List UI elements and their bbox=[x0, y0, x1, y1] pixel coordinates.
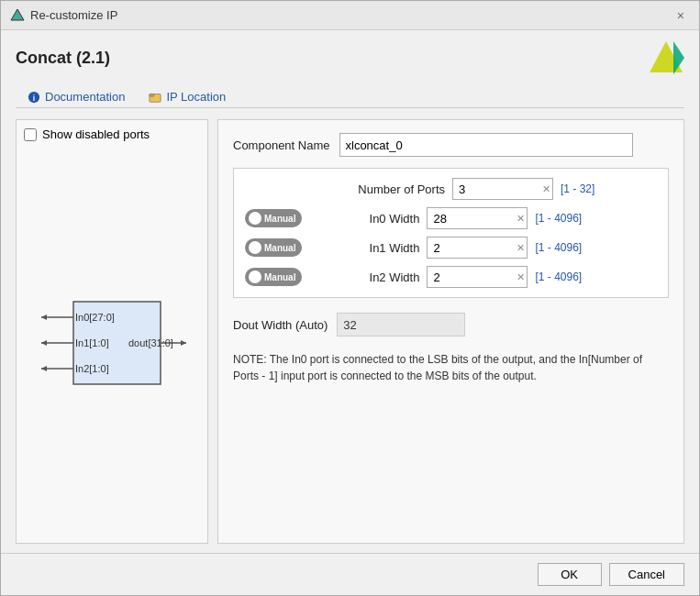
page-title: Concat (2.1) bbox=[16, 49, 110, 68]
in0-toggle[interactable]: Manual bbox=[245, 209, 302, 227]
num-ports-label: Number of Ports bbox=[335, 182, 445, 196]
in1-toggle[interactable]: Manual bbox=[245, 238, 302, 257]
in2-clear-btn[interactable]: ✕ bbox=[517, 271, 525, 283]
dout-section: Dout Width (Auto) bbox=[233, 313, 669, 337]
title-bar: Re-customize IP × bbox=[1, 1, 699, 30]
in0-toggle-knob bbox=[249, 212, 261, 225]
component-name-row: Component Name bbox=[233, 133, 669, 157]
content-area: Concat (2.1) i Documentation bbox=[1, 30, 699, 553]
svg-marker-12 bbox=[41, 340, 47, 346]
svg-marker-15 bbox=[41, 366, 47, 371]
main-window: Re-customize IP × Concat (2.1) i Documen… bbox=[0, 0, 700, 596]
show-disabled-ports-label: Show disabled ports bbox=[42, 127, 150, 141]
ok-button[interactable]: OK bbox=[538, 563, 602, 586]
svg-text:i: i bbox=[33, 93, 35, 102]
in2-width-label: In2 Width bbox=[309, 270, 419, 284]
svg-marker-18 bbox=[181, 340, 186, 346]
svg-marker-9 bbox=[41, 315, 47, 320]
brand-logo bbox=[648, 39, 684, 76]
close-button[interactable]: × bbox=[672, 6, 690, 25]
block-diagram: In0[27:0] In1[1:0] In2[1:0] dout[31:0] bbox=[32, 297, 193, 389]
param-row-in1-width: Manual In1 Width ✕ [1 - 4096] bbox=[245, 237, 657, 259]
show-disabled-ports-row: Show disabled ports bbox=[24, 127, 200, 141]
param-row-in2-width: Manual In2 Width ✕ [1 - 4096] bbox=[245, 266, 657, 288]
footer: OK Cancel bbox=[1, 553, 699, 595]
right-panel: Component Name Number of Ports ✕ [1 - 32… bbox=[217, 119, 684, 544]
component-name-label: Component Name bbox=[233, 138, 330, 152]
svg-text:In2[1:0]: In2[1:0] bbox=[75, 363, 109, 374]
in1-width-wrapper: ✕ bbox=[427, 237, 528, 259]
in1-clear-btn[interactable]: ✕ bbox=[517, 242, 525, 254]
dout-label: Dout Width (Auto) bbox=[233, 318, 328, 332]
show-disabled-ports-checkbox[interactable] bbox=[24, 128, 37, 141]
tabs-bar: i Documentation IP Location bbox=[16, 85, 684, 108]
in1-toggle-knob bbox=[249, 241, 261, 254]
title-bar-left: Re-customize IP bbox=[10, 8, 117, 23]
in0-range: [1 - 4096] bbox=[535, 212, 582, 225]
svg-text:In0[27:0]: In0[27:0] bbox=[75, 312, 115, 323]
svg-marker-0 bbox=[11, 9, 24, 20]
params-section: Number of Ports ✕ [1 - 32] Manual bbox=[233, 168, 669, 298]
in0-width-label: In0 Width bbox=[309, 212, 419, 226]
window-icon bbox=[10, 8, 25, 23]
param-row-num-ports: Number of Ports ✕ [1 - 32] bbox=[245, 178, 657, 200]
in1-width-label: In1 Width bbox=[309, 241, 419, 255]
note-text: NOTE: The In0 port is connected to the L… bbox=[233, 351, 669, 384]
window-title: Re-customize IP bbox=[30, 8, 117, 22]
header-section: Concat (2.1) bbox=[16, 39, 684, 76]
param-row-in0-width: Manual In0 Width ✕ [1 - 4096] bbox=[245, 207, 657, 229]
in2-width-wrapper: ✕ bbox=[427, 266, 528, 288]
svg-rect-6 bbox=[150, 94, 154, 96]
folder-icon bbox=[149, 91, 161, 104]
num-ports-value-wrapper: ✕ bbox=[452, 178, 553, 200]
dout-input bbox=[337, 313, 465, 337]
tab-documentation-label: Documentation bbox=[45, 90, 125, 104]
in0-toggle-label: Manual bbox=[264, 214, 298, 224]
num-ports-input[interactable] bbox=[452, 178, 553, 200]
cancel-button[interactable]: Cancel bbox=[609, 563, 684, 586]
main-body: Show disabled ports In0[27:0] bbox=[16, 119, 684, 544]
num-ports-range: [1 - 32] bbox=[561, 182, 594, 195]
num-ports-clear-btn[interactable]: ✕ bbox=[542, 183, 550, 195]
info-icon: i bbox=[28, 91, 40, 104]
in1-range: [1 - 4096] bbox=[535, 241, 582, 254]
diagram-area: In0[27:0] In1[1:0] In2[1:0] dout[31:0] bbox=[24, 150, 200, 535]
in1-toggle-label: Manual bbox=[264, 243, 298, 253]
tab-documentation[interactable]: i Documentation bbox=[16, 85, 137, 107]
in2-toggle-label: Manual bbox=[264, 272, 298, 282]
svg-text:In1[1:0]: In1[1:0] bbox=[75, 337, 109, 348]
in0-clear-btn[interactable]: ✕ bbox=[517, 213, 525, 225]
in2-toggle[interactable]: Manual bbox=[245, 268, 302, 286]
in2-width-input[interactable] bbox=[427, 266, 528, 288]
in2-toggle-knob bbox=[249, 270, 261, 283]
in0-width-input[interactable] bbox=[427, 207, 528, 229]
component-name-input[interactable] bbox=[339, 133, 633, 157]
svg-text:dout[31:0]: dout[31:0] bbox=[128, 337, 173, 348]
tab-ip-location-label: IP Location bbox=[166, 90, 226, 104]
in0-width-wrapper: ✕ bbox=[427, 207, 528, 229]
left-panel: Show disabled ports In0[27:0] bbox=[16, 119, 208, 544]
in2-range: [1 - 4096] bbox=[535, 270, 582, 283]
in1-width-input[interactable] bbox=[427, 237, 528, 259]
tab-ip-location[interactable]: IP Location bbox=[137, 85, 238, 107]
